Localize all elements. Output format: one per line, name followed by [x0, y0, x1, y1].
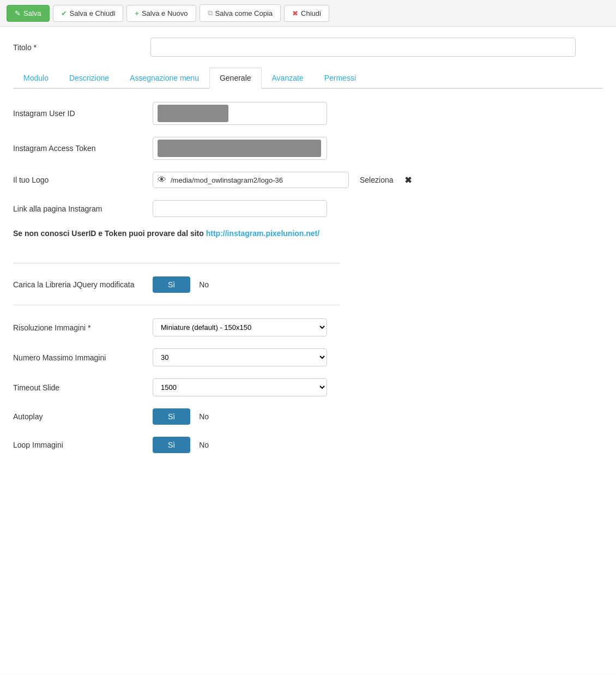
jquery-toggle-group: Sì No	[153, 276, 209, 293]
autoplay-no-label: No	[199, 412, 209, 421]
autoplay-label: Autoplay	[13, 412, 144, 421]
instagram-access-token-label: Instagram Access Token	[13, 144, 144, 153]
risoluzione-select[interactable]: Miniature (default) - 150x150	[153, 318, 327, 336]
instagram-access-token-field-wrapper	[153, 137, 327, 160]
instagram-user-id-row: Instagram User ID	[13, 102, 603, 125]
tabs: Modulo Descrizione Assegnazione menu Gen…	[13, 68, 603, 89]
seleziona-button[interactable]: Seleziona	[358, 176, 396, 184]
save-new-button[interactable]: + Salva e Nuovo	[126, 5, 196, 22]
logo-row: Il tuo Logo 👁 /media/mod_owlinstagram2/l…	[13, 172, 603, 188]
title-label: Titolo *	[13, 43, 144, 52]
instagram-link-input[interactable]: https://www.instagram.com/3cento	[153, 200, 327, 217]
divider-1	[13, 263, 340, 263]
remove-logo-icon[interactable]: ✖	[404, 175, 412, 185]
numero-massimo-label: Numero Massimo Immagini	[13, 353, 144, 362]
logo-field: 👁 /media/mod_owlinstagram2/logo-36	[153, 172, 349, 188]
save-close-label: Salva e Chiudi	[70, 9, 116, 17]
instagram-link-row: Link alla pagina Instagram https://www.i…	[13, 200, 603, 217]
loop-toggle-group: Sì No	[153, 437, 209, 453]
loop-row: Loop Immagini Sì No	[13, 437, 603, 453]
instagram-access-token-row: Instagram Access Token	[13, 137, 603, 160]
jquery-si-button[interactable]: Sì	[153, 276, 190, 293]
instagram-user-id-masked	[158, 105, 228, 122]
check-icon: ✔	[61, 9, 67, 17]
plus-icon: +	[135, 9, 139, 17]
tab-assegnazione-menu[interactable]: Assegnazione menu	[119, 68, 209, 89]
close-icon-red: ✖	[292, 9, 298, 17]
save-icon: ✎	[15, 9, 21, 17]
main-content: Titolo * Instagram Carousel Modulo Descr…	[0, 27, 616, 674]
numero-massimo-select[interactable]: 30	[153, 348, 327, 366]
close-button[interactable]: ✖ Chiudi	[284, 5, 329, 22]
loop-label: Loop Immagini	[13, 441, 144, 449]
tab-permessi[interactable]: Permessi	[314, 68, 366, 89]
instagram-user-id-label: Instagram User ID	[13, 109, 144, 118]
loop-si-button[interactable]: Sì	[153, 437, 190, 453]
info-row: Se non conosci UserID e Token puoi prova…	[13, 229, 603, 251]
timeout-row: Timeout Slide 1500	[13, 378, 603, 396]
autoplay-row: Autoplay Sì No	[13, 408, 603, 425]
info-link[interactable]: http://instagram.pixelunion.net/	[206, 229, 319, 238]
logo-label: Il tuo Logo	[13, 176, 144, 184]
save-new-label: Salva e Nuovo	[142, 9, 188, 17]
instagram-access-token-masked	[158, 140, 321, 157]
title-input[interactable]: Instagram Carousel	[150, 38, 576, 57]
tab-generale[interactable]: Generale	[209, 68, 262, 89]
tab-modulo[interactable]: Modulo	[13, 68, 59, 89]
jquery-no-label: No	[199, 280, 209, 289]
risoluzione-label: Risoluzione Immagini *	[13, 323, 144, 332]
autoplay-toggle-group: Sì No	[153, 408, 209, 425]
save-close-button[interactable]: ✔ Salva e Chiudi	[53, 5, 124, 22]
loop-no-label: No	[199, 441, 209, 449]
tab-avanzate[interactable]: Avanzate	[262, 68, 314, 89]
save-label: Salva	[23, 9, 41, 17]
info-text-prefix: Se non conosci UserID e Token puoi prova…	[13, 229, 206, 238]
tab-descrizione[interactable]: Descrizione	[59, 68, 119, 89]
title-row: Titolo * Instagram Carousel	[13, 38, 603, 57]
copy-icon: ⧉	[208, 9, 213, 17]
save-copy-label: Salva come Copia	[215, 9, 273, 17]
info-text: Se non conosci UserID e Token puoi prova…	[13, 229, 319, 238]
save-copy-button[interactable]: ⧉ Salva come Copia	[200, 4, 281, 22]
jquery-label: Carica la Libreria JQuery modificata	[13, 280, 144, 289]
form-section: Instagram User ID Instagram Access Token…	[13, 102, 603, 471]
autoplay-si-button[interactable]: Sì	[153, 408, 190, 425]
risoluzione-row: Risoluzione Immagini * Miniature (defaul…	[13, 318, 603, 336]
timeout-label: Timeout Slide	[13, 383, 144, 392]
jquery-row: Carica la Libreria JQuery modificata Sì …	[13, 276, 603, 293]
instagram-user-id-field-wrapper	[153, 102, 327, 125]
toolbar: ✎ Salva ✔ Salva e Chiudi + Salva e Nuovo…	[0, 0, 616, 27]
close-label: Chiudi	[301, 9, 321, 17]
logo-path: /media/mod_owlinstagram2/logo-36	[171, 176, 344, 184]
eye-icon[interactable]: 👁	[158, 175, 166, 185]
divider-2	[13, 305, 340, 305]
numero-massimo-row: Numero Massimo Immagini 30	[13, 348, 603, 366]
timeout-select[interactable]: 1500	[153, 378, 327, 396]
save-button[interactable]: ✎ Salva	[7, 5, 50, 22]
instagram-link-label: Link alla pagina Instagram	[13, 204, 144, 213]
